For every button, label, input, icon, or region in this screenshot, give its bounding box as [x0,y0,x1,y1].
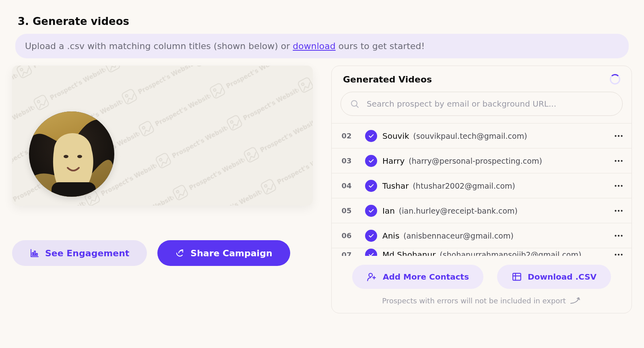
add-more-contacts-label: Add More Contacts [383,272,469,282]
generated-videos-card: Generated Videos 02Souvik(souvikpaul.tec… [331,66,632,313]
more-horizontal-icon [613,206,624,216]
see-engagement-label: See Engagement [45,248,129,258]
share-campaign-label: Share Campaign [190,248,272,258]
more-horizontal-icon [613,131,624,141]
more-horizontal-icon [613,231,624,241]
row-email: (harry@personal-prospecting.com) [409,156,542,165]
row-prospect: Tushar(htushar2002@gmail.com) [382,181,607,191]
row-name: Harry [382,156,405,166]
svg-point-20 [618,185,619,186]
svg-point-23 [618,210,619,211]
more-horizontal-icon [613,156,624,166]
svg-point-31 [369,273,372,277]
row-prospect: Md Shohanur(shohanurrahmansojib2@gmail.c… [382,250,607,256]
row-more-button[interactable] [607,205,630,216]
share-icon [175,248,185,258]
more-horizontal-icon [613,181,624,191]
row-email: (ian.hurley@receipt-bank.com) [399,206,518,215]
section-title: 3. Generate videos [18,15,636,27]
table-row[interactable]: 03Harry(harry@personal-prospecting.com) [332,148,632,173]
row-number: 06 [333,231,360,240]
svg-rect-10 [34,251,35,255]
search-icon [350,99,359,109]
svg-point-15 [621,135,622,136]
svg-point-22 [615,210,616,211]
svg-point-16 [615,160,616,161]
svg-rect-9 [32,253,33,255]
download-template-link[interactable]: download [293,41,335,51]
svg-point-19 [615,185,616,186]
svg-point-28 [615,254,616,255]
row-prospect: Ian(ian.hurley@receipt-bank.com) [382,206,607,216]
row-more-button[interactable] [607,230,630,241]
row-more-button[interactable] [607,130,630,142]
preview-card: Prospect's Website [12,66,313,206]
row-email: (shohanurrahmansojib2@gmail.com) [440,250,581,256]
table-row[interactable]: 05Ian(ian.hurley@receipt-bank.com) [332,198,632,223]
see-engagement-button[interactable]: See Engagement [12,240,147,266]
row-more-button[interactable] [607,180,630,192]
row-prospect: Anis(anisbennaceur@gmail.com) [382,231,607,241]
row-prospect: Souvik(souvikpaul.tech@gmail.com) [382,131,607,141]
bar-chart-icon [30,248,39,258]
table-row[interactable]: 07Md Shohanur(shohanurrahmansojib2@gmail… [332,248,632,256]
check-icon [365,230,377,242]
add-more-contacts-button[interactable]: Add More Contacts [352,265,483,289]
svg-point-6 [64,155,68,158]
banner-prefix: Upload a .csv with matching column title… [25,41,293,51]
row-prospect: Harry(harry@personal-prospecting.com) [382,156,607,166]
row-name: Ian [382,206,395,216]
table-row[interactable]: 04Tushar(htushar2002@gmail.com) [332,173,632,198]
svg-point-24 [621,210,622,211]
row-more-button[interactable] [607,249,630,256]
search-input-wrap[interactable] [341,92,623,116]
svg-rect-11 [36,253,37,255]
banner: Upload a .csv with matching column title… [15,34,629,58]
row-email: (htushar2002@gmail.com) [413,181,515,190]
curved-arrow-icon [570,296,581,305]
more-horizontal-icon [613,249,624,256]
row-status [360,205,382,217]
row-number: 05 [333,206,360,215]
svg-point-25 [615,235,616,236]
table-row[interactable]: 06Anis(anisbennaceur@gmail.com) [332,223,632,248]
svg-point-18 [621,160,622,161]
banner-suffix: ours to get started! [339,41,425,51]
row-number: 02 [333,132,360,140]
row-name: Souvik [382,131,409,141]
check-icon [365,155,377,167]
export-note-text: Prospects with errors will not be includ… [382,297,566,305]
svg-point-21 [621,185,622,186]
row-status [360,180,382,192]
svg-rect-32 [513,273,521,280]
svg-point-17 [618,160,619,161]
check-icon [365,180,377,192]
row-email: (anisbennaceur@gmail.com) [403,231,514,240]
download-csv-button[interactable]: Download .CSV [497,265,611,289]
svg-point-12 [351,101,357,106]
row-status [360,230,382,242]
export-note: Prospects with errors will not be includ… [332,292,632,313]
svg-point-30 [621,254,622,255]
row-more-button[interactable] [607,155,630,167]
svg-point-13 [615,135,616,136]
svg-point-27 [621,235,622,236]
row-status [360,249,382,256]
search-input[interactable] [366,99,613,109]
svg-point-29 [618,254,619,255]
table-row[interactable]: 02Souvik(souvikpaul.tech@gmail.com) [332,124,632,148]
share-campaign-button[interactable]: Share Campaign [157,240,290,266]
loading-spinner-icon [610,74,620,84]
row-number: 03 [333,156,360,165]
row-name: Anis [382,231,399,241]
presenter-avatar [29,111,114,197]
svg-point-14 [618,135,619,136]
svg-point-26 [618,235,619,236]
row-email: (souvikpaul.tech@gmail.com) [413,132,527,140]
row-name: Md Shohanur [382,250,436,256]
check-icon [365,249,377,256]
user-plus-icon [367,272,377,282]
row-status [360,130,382,142]
table-icon [512,272,522,282]
prospects-list: 02Souvik(souvikpaul.tech@gmail.com)03Har… [332,123,632,256]
